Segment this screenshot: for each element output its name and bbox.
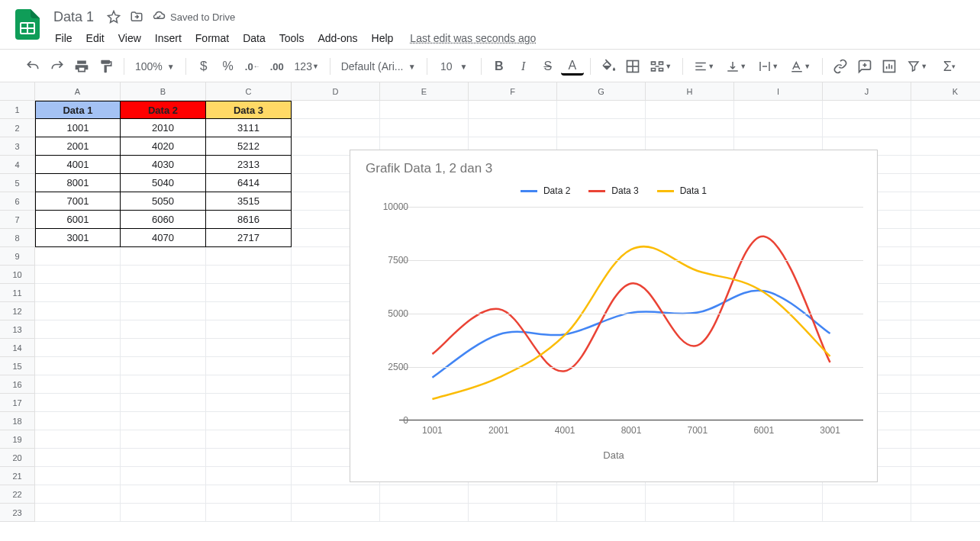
column-header[interactable]: D [292, 82, 380, 101]
cell[interactable] [646, 485, 734, 504]
cell[interactable] [121, 449, 206, 467]
cell[interactable] [35, 284, 121, 302]
menu-tools[interactable]: Tools [273, 29, 311, 47]
cell[interactable] [35, 247, 121, 266]
cell[interactable] [911, 284, 980, 302]
row-header[interactable]: 4 [0, 156, 35, 174]
cell[interactable] [35, 357, 121, 375]
strikethrough-button[interactable]: S [537, 55, 559, 78]
v-align-button[interactable]: ▼ [721, 55, 752, 78]
cell[interactable] [292, 504, 380, 522]
cell[interactable] [823, 504, 911, 522]
row-header[interactable]: 2 [0, 119, 35, 137]
cell[interactable] [911, 357, 980, 375]
cell[interactable] [292, 101, 380, 119]
cell[interactable] [35, 302, 121, 320]
cell[interactable] [557, 119, 646, 137]
cell[interactable] [206, 394, 292, 412]
cell[interactable] [206, 320, 292, 339]
document-title[interactable]: Data 1 [49, 8, 98, 27]
cell[interactable] [35, 375, 121, 394]
row-header[interactable]: 7 [0, 211, 35, 229]
move-icon[interactable] [129, 9, 144, 24]
cell[interactable]: 7001 [35, 192, 121, 211]
insert-comment-button[interactable] [853, 55, 876, 78]
column-header[interactable]: B [121, 82, 206, 101]
column-header[interactable]: A [35, 82, 121, 101]
borders-button[interactable] [621, 55, 644, 78]
cell[interactable]: 5040 [121, 174, 206, 192]
cell[interactable] [206, 467, 292, 485]
cell[interactable] [911, 430, 980, 449]
cell[interactable] [35, 449, 121, 467]
cell[interactable] [121, 266, 206, 284]
row-header[interactable]: 10 [0, 266, 35, 284]
undo-button[interactable] [21, 55, 44, 78]
cell[interactable] [35, 504, 121, 522]
cell[interactable] [121, 302, 206, 320]
menu-edit[interactable]: Edit [80, 29, 111, 47]
cell[interactable] [911, 485, 980, 504]
cell[interactable]: 4030 [121, 156, 206, 174]
cell[interactable] [206, 266, 292, 284]
cell[interactable]: 8001 [35, 174, 121, 192]
star-icon[interactable] [106, 9, 121, 24]
sheets-app-icon[interactable] [12, 9, 43, 40]
cell[interactable] [557, 101, 646, 119]
select-all-corner[interactable] [0, 82, 35, 101]
cell[interactable]: Data 2 [121, 101, 206, 119]
print-button[interactable] [70, 55, 93, 78]
menu-format[interactable]: Format [189, 29, 235, 47]
row-header[interactable]: 22 [0, 485, 35, 504]
save-status[interactable]: Saved to Drive [152, 10, 235, 24]
cell[interactable] [35, 320, 121, 339]
menu-help[interactable]: Help [366, 29, 400, 47]
cell[interactable]: Data 3 [206, 101, 292, 119]
cell[interactable] [911, 266, 980, 284]
cell[interactable]: 6001 [35, 211, 121, 229]
zoom-selector[interactable]: 100%▼ [131, 56, 179, 76]
cell[interactable] [206, 375, 292, 394]
cell[interactable] [121, 430, 206, 449]
cell[interactable] [911, 449, 980, 467]
cell[interactable] [121, 412, 206, 430]
cell[interactable] [206, 302, 292, 320]
cell[interactable] [911, 339, 980, 357]
cell[interactable] [911, 375, 980, 394]
cell[interactable] [646, 504, 734, 522]
cell[interactable] [35, 485, 121, 504]
cell[interactable] [35, 339, 121, 357]
cell[interactable] [734, 101, 823, 119]
h-align-button[interactable]: ▼ [689, 55, 720, 78]
cell[interactable]: 4070 [121, 229, 206, 247]
cell[interactable] [911, 101, 980, 119]
cell[interactable] [734, 504, 823, 522]
row-header[interactable]: 19 [0, 430, 35, 449]
column-header[interactable]: G [557, 82, 646, 101]
text-wrap-button[interactable]: ▼ [753, 55, 784, 78]
font-size-selector[interactable]: 10▼ [434, 56, 475, 76]
cell[interactable] [121, 375, 206, 394]
cell[interactable] [35, 394, 121, 412]
cell[interactable] [911, 302, 980, 320]
row-header[interactable]: 21 [0, 467, 35, 485]
menu-addons[interactable]: Add-ons [311, 29, 363, 47]
menu-view[interactable]: View [112, 29, 147, 47]
row-header[interactable]: 17 [0, 394, 35, 412]
cell[interactable] [911, 119, 980, 137]
embedded-chart[interactable]: Grafik Data 1, 2 dan 3 Data 2Data 3Data … [350, 150, 878, 482]
cell[interactable] [469, 101, 557, 119]
cell[interactable] [911, 394, 980, 412]
row-header[interactable]: 14 [0, 339, 35, 357]
row-header[interactable]: 15 [0, 357, 35, 375]
cell[interactable] [35, 266, 121, 284]
row-header[interactable]: 1 [0, 101, 35, 119]
cell[interactable] [911, 412, 980, 430]
cell[interactable] [911, 467, 980, 485]
decrease-decimal-button[interactable]: .0← [241, 55, 264, 78]
row-header[interactable]: 20 [0, 449, 35, 467]
row-header[interactable]: 23 [0, 504, 35, 522]
cell[interactable] [206, 449, 292, 467]
column-header[interactable]: H [646, 82, 734, 101]
cell[interactable] [646, 119, 734, 137]
